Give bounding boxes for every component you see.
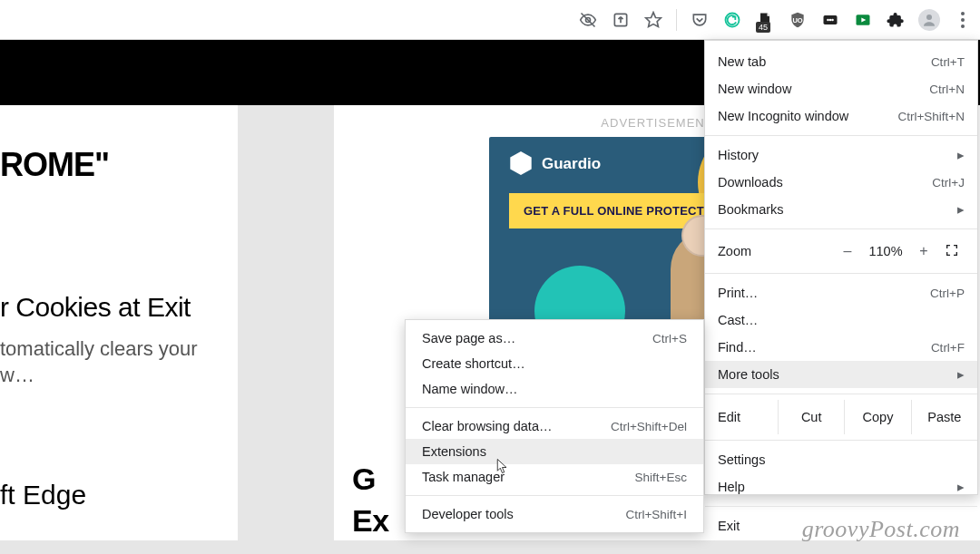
submenu-name-window[interactable]: Name window…	[406, 376, 703, 402]
chevron-right-icon: ▸	[957, 148, 965, 162]
extensions-puzzle-icon[interactable]	[886, 10, 906, 30]
more-tools-submenu: Save page as…Ctrl+S Create shortcut… Nam…	[405, 319, 704, 533]
menu-item-cast[interactable]: Cast…	[705, 306, 977, 334]
svg-point-8	[829, 18, 832, 21]
article-panel-left: ROME" r Cookies at Exit tomatically clea…	[0, 105, 238, 540]
menu-edit-row: Edit Cut Copy Paste	[705, 400, 977, 434]
edit-label: Edit	[705, 410, 778, 424]
subhead-edge: ft Edge	[0, 480, 227, 510]
menu-zoom-row: Zoom – 110% +	[705, 235, 977, 267]
menu-copy-button[interactable]: Copy	[844, 400, 910, 434]
menu-item-bookmarks[interactable]: Bookmarks▸	[705, 196, 977, 223]
zoom-out-button[interactable]: –	[832, 243, 863, 259]
svg-point-12	[926, 15, 932, 20]
chevron-right-icon: ▸	[957, 480, 965, 494]
submenu-create-shortcut[interactable]: Create shortcut…	[406, 351, 703, 376]
fullscreen-icon[interactable]	[939, 243, 965, 260]
svg-text:UO: UO	[792, 16, 802, 24]
extension-icon-dots[interactable]	[820, 10, 840, 30]
chevron-right-icon: ▸	[957, 202, 965, 217]
zoom-label: Zoom	[718, 244, 832, 258]
menu-item-downloads[interactable]: DownloadsCtrl+J	[705, 169, 977, 196]
chrome-menu-button[interactable]	[953, 10, 973, 30]
ad-decor-circle	[534, 266, 625, 324]
menu-item-find[interactable]: Find…Ctrl+F	[705, 334, 977, 361]
toolbar-separator	[676, 9, 677, 31]
zoom-value: 110%	[863, 244, 908, 258]
ublock-extension-icon[interactable]: UO	[788, 10, 808, 30]
chrome-main-menu: New tabCtrl+T New windowCtrl+N New Incog…	[704, 40, 978, 495]
submenu-clear-browsing[interactable]: Clear browsing data…Ctrl+Shift+Del	[406, 413, 703, 439]
submenu-save-page[interactable]: Save page as…Ctrl+S	[406, 326, 703, 351]
extension-badge: 45	[756, 22, 770, 33]
menu-item-incognito[interactable]: New Incognito windowCtrl+Shift+N	[705, 102, 977, 130]
svg-marker-3	[646, 12, 662, 26]
menu-item-new-tab[interactable]: New tabCtrl+T	[705, 48, 977, 75]
share-icon[interactable]	[611, 10, 631, 30]
menu-item-new-window[interactable]: New windowCtrl+N	[705, 75, 977, 102]
headline-line1: G	[352, 459, 389, 501]
svg-point-7	[827, 18, 829, 21]
headline-fragment: ROME"	[0, 147, 227, 183]
zoom-in-button[interactable]: +	[908, 243, 939, 259]
pocket-extension-icon[interactable]	[690, 10, 710, 30]
menu-item-help[interactable]: Help▸	[705, 473, 977, 501]
extension-icon-dark[interactable]: 45	[755, 10, 775, 30]
menu-cut-button[interactable]: Cut	[778, 400, 844, 434]
subhead-cookies: r Cookies at Exit	[0, 292, 227, 323]
profile-avatar-icon[interactable]	[918, 9, 940, 31]
eye-off-icon[interactable]	[578, 10, 598, 30]
extension-icon-green[interactable]	[853, 10, 873, 30]
star-icon[interactable]	[643, 10, 663, 30]
menu-item-print[interactable]: Print…Ctrl+P	[705, 279, 977, 306]
paragraph-fragment: tomatically clears your w…	[0, 335, 227, 389]
browser-toolbar: 45 UO	[0, 0, 980, 40]
submenu-task-manager[interactable]: Task managerShift+Esc	[406, 464, 703, 490]
grammarly-extension-icon[interactable]	[722, 10, 742, 30]
menu-item-settings[interactable]: Settings	[705, 446, 977, 473]
chevron-right-icon: ▸	[957, 367, 965, 382]
headline-fragment-group: G Ex	[352, 459, 389, 542]
submenu-developer-tools[interactable]: Developer toolsCtrl+Shift+I	[406, 501, 703, 527]
menu-item-history[interactable]: History▸	[705, 141, 977, 169]
submenu-extensions[interactable]: Extensions	[406, 439, 703, 464]
headline-line2: Ex	[352, 501, 389, 542]
menu-item-more-tools[interactable]: More tools▸	[705, 361, 977, 388]
menu-paste-button[interactable]: Paste	[911, 400, 977, 434]
watermark-text: groovyPost.com	[802, 516, 960, 543]
svg-point-9	[831, 18, 834, 21]
